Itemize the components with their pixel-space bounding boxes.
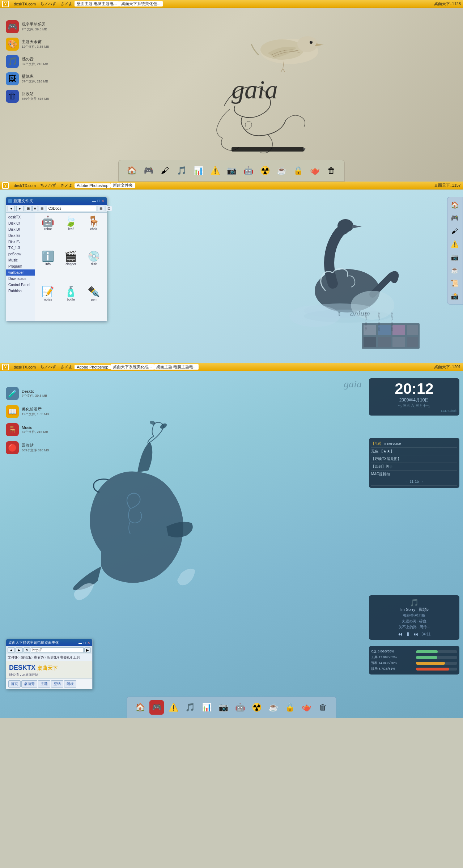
fm-min-btn[interactable]: ▬ [92, 199, 96, 203]
fm-file-bottle[interactable]: 🧴 bottle [60, 285, 81, 319]
bw-max[interactable]: □ [84, 641, 86, 645]
taskbar-logo-2[interactable]: V [2, 182, 9, 189]
dock-cup-icon[interactable]: ☕ [274, 163, 289, 178]
music-pause-btn[interactable]: ⏸ [405, 631, 411, 637]
fm-sidebar-diskf[interactable]: Disk F\ [6, 239, 35, 245]
bw-nav-desktop[interactable]: 桌面秀 [21, 680, 37, 688]
fm-sidebar-control[interactable]: Control Panel [6, 282, 35, 288]
fm-file-disk[interactable]: 💿 disk [83, 250, 105, 284]
fm-sidebar-rubbish[interactable]: Rubbish [6, 288, 35, 294]
right-dock-warning[interactable]: ⚠️ [449, 238, 460, 250]
taskbar-item-desktx-1[interactable]: deskTX.com [12, 2, 38, 6]
fm-close-btn[interactable]: ✕ [101, 199, 105, 203]
bw-nav-theme[interactable]: 主题 [38, 680, 50, 688]
dock-chart-icon[interactable]: 📊 [191, 163, 205, 178]
taskbar2-item-0[interactable]: deskTX.com [12, 183, 38, 188]
music-prev-btn[interactable]: ⏮ [398, 631, 403, 637]
fm-sort-btn[interactable]: ⊞ [98, 206, 104, 211]
dock-home-icon[interactable]: 🏠 [124, 163, 139, 178]
dock3-chart-icon[interactable]: 📊 [199, 700, 214, 715]
bw-url-input[interactable] [31, 647, 84, 653]
taskbar-item-2[interactable]: ちノハず [38, 1, 58, 7]
fm-max-btn[interactable]: □ [97, 199, 100, 203]
fm-file-info[interactable]: ℹ️ info [37, 250, 59, 284]
dock-game-icon[interactable]: 🎮 [141, 163, 156, 178]
right-dock-camera[interactable]: 📸 [449, 290, 460, 302]
taskbar3-item-0[interactable]: deskTX.com [12, 365, 38, 369]
dock3-radiation-icon[interactable]: ☢️ [249, 700, 264, 715]
desktop-icon-3-0[interactable]: 🧪 Desktx 7个文件, 39.6 MB [4, 386, 51, 401]
dock-radiation-icon[interactable]: ☢️ [258, 163, 272, 178]
bw-nav-wallpaper[interactable]: 壁纸 [51, 680, 63, 688]
right-dock-scroll[interactable]: 📜 [449, 277, 460, 289]
fm-view-icon-btn[interactable]: ⊞ [25, 206, 31, 211]
fm-opts-btn[interactable]: ⊡ [106, 206, 112, 211]
desktop-icon-3-1[interactable]: 📖 美化前沿厅 12个文件, 1.35 MB [4, 404, 51, 420]
right-dock-game[interactable]: 🎮 [449, 212, 460, 224]
bw-nav-board[interactable]: 闹板 [64, 680, 76, 688]
dock3-warning-icon[interactable]: ⚠️ [166, 700, 180, 715]
dock3-photo-icon[interactable]: 📷 [216, 700, 230, 715]
dock-trash-icon[interactable]: 🗑 [324, 163, 339, 178]
fm-file-chair[interactable]: 🪑 chair [83, 215, 105, 248]
fm-fwd-btn[interactable]: ► [16, 206, 24, 211]
bw-close[interactable]: ✕ [87, 641, 90, 645]
right-dock-photo[interactable]: 📷 [449, 251, 460, 263]
taskbar2-item-ps[interactable]: Adobe Photoshop [75, 183, 110, 188]
dock3-home-icon[interactable]: 🏠 [133, 700, 147, 715]
fm-sidebar-diskd[interactable]: Disk D\ [6, 226, 35, 233]
taskbar3-item-2[interactable]: さメよ [58, 364, 75, 370]
fm-file-pen[interactable]: ✒️ pen [83, 285, 105, 319]
dock-robot-icon[interactable]: 🤖 [241, 163, 255, 178]
bw-go[interactable]: ▶ [84, 647, 91, 653]
bw-back[interactable]: ◄ [8, 647, 15, 653]
taskbar3-item-sys[interactable]: 桌面天下系统美化包... [111, 364, 154, 370]
fm-sidebar-desktx[interactable]: deskTX [6, 214, 35, 220]
fm-sidebar-diskc[interactable]: Disk C\ [6, 220, 35, 226]
desktop-icon-3-2[interactable]: 🪑 Music 37个文件, 216 MB [4, 422, 51, 438]
fm-file-notes[interactable]: 📝 notes [37, 285, 59, 319]
taskbar2-item-folder[interactable]: 新建文件夹 [111, 183, 135, 188]
dock3-robot-icon[interactable]: 🤖 [233, 700, 247, 715]
right-dock-cup[interactable]: ☕ [449, 264, 460, 276]
bw-fwd[interactable]: ► [16, 647, 23, 653]
right-dock-home[interactable]: 🏠 [449, 199, 460, 211]
desktop-icon-4[interactable]: 🗑 回收站 659个文件 816 MB [4, 88, 51, 104]
fm-sidebar-program[interactable]: Program [6, 263, 35, 269]
taskbar-logo-3[interactable]: V [2, 364, 9, 370]
dock3-music-icon[interactable]: 🎵 [183, 700, 197, 715]
news-range[interactable]: ← 11-15 → [371, 478, 457, 486]
fm-back-btn[interactable]: ◄ [8, 206, 15, 211]
taskbar2-item-1[interactable]: ちノハず [38, 183, 58, 188]
bw-nav-home[interactable]: 首页 [8, 680, 21, 688]
music-next-btn[interactable]: ⏭ [413, 631, 419, 637]
fm-file-robot[interactable]: 🤖 robot [37, 215, 59, 248]
fm-sidebar-music[interactable]: Music [6, 257, 35, 263]
fm-sidebar-downloads[interactable]: Downloads [6, 276, 35, 282]
dock-mug2-icon[interactable]: 🫖 [307, 163, 322, 178]
desktop-icon-3[interactable]: 🖼 壁纸库 37个文件, 216 MB [4, 71, 51, 87]
taskbar2-item-2[interactable]: さメよ [58, 183, 75, 188]
dock3-game-icon[interactable]: 🎮 [149, 700, 164, 715]
desktop-icon-2[interactable]: 🎵 感の音 37个文件, 216 MB [4, 54, 51, 69]
dock-brush-icon[interactable]: 🖌 [158, 163, 172, 178]
dock-photo-icon[interactable]: 📷 [224, 163, 239, 178]
desktop-icon-0[interactable]: 🎮 玩字里的乐园 7个文件, 39.8 MB [4, 19, 51, 35]
dock3-cup-icon[interactable]: ☕ [266, 700, 280, 715]
bw-min[interactable]: ▬ [78, 641, 82, 645]
desktop-icon-3-3[interactable]: 🔴 回收站 669个文件 816 MB [4, 440, 51, 456]
fm-file-leaf[interactable]: 🍃 leaf [60, 215, 81, 248]
fm-view-detail-btn[interactable]: ⊟ [39, 206, 45, 211]
fm-file-clapper[interactable]: 🎬 clapper [60, 250, 81, 284]
taskbar3-item-1[interactable]: ちノハず [38, 364, 58, 370]
taskbar-logo-1[interactable]: V [2, 1, 9, 7]
fm-sidebar-diske[interactable]: Disk E\ [6, 233, 35, 239]
dock-warning-icon[interactable]: ⚠️ [208, 163, 222, 178]
fm-sidebar-wallpaper[interactable]: wallpaper [6, 269, 35, 276]
taskbar-item-3[interactable]: さメよ [58, 1, 75, 7]
fm-sidebar-pcshow[interactable]: pcShow [6, 251, 35, 257]
dock-music-icon[interactable]: 🎵 [174, 163, 189, 178]
bw-reload[interactable]: ↻ [24, 647, 30, 653]
dock3-safe-icon[interactable]: 🔒 [283, 700, 297, 715]
dock3-trash-icon[interactable]: 🗑 [316, 700, 330, 715]
